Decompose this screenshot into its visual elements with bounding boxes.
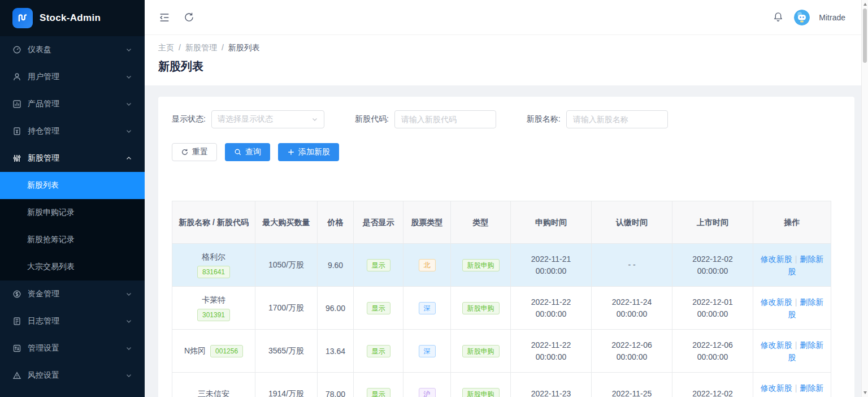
user-name[interactable]: Mitrade	[819, 13, 845, 22]
add-ipo-button[interactable]: 添加新股	[278, 143, 339, 161]
sidebar-item-position-management[interactable]: 持仓管理	[0, 118, 145, 145]
sidebar-item-user-management[interactable]: 用户管理	[0, 63, 145, 90]
search-button[interactable]: 查询	[225, 143, 270, 161]
sidebar-item-ipo-grab-records[interactable]: 新股抢筹记录	[0, 226, 145, 253]
filter-group-name: 新股名称:	[527, 110, 668, 128]
type-badge: 新股申购	[462, 259, 500, 271]
sidebar-item-ipo-list[interactable]: 新股列表	[0, 172, 145, 199]
pay-time-cell: - -	[595, 259, 669, 271]
sidebar-item-block-trade-list[interactable]: 大宗交易列表	[0, 253, 145, 281]
name-filter-label: 新股名称:	[527, 114, 561, 124]
listing-time-cell: 2022-12-02	[676, 388, 749, 397]
sidebar-item-ipo-subscribe-records[interactable]: 新股申购记录	[0, 199, 145, 226]
edit-ipo-link[interactable]: 修改新股	[761, 383, 792, 392]
chevron-down-icon	[125, 291, 132, 297]
delete-ipo-link[interactable]: 删除新股	[788, 297, 824, 319]
plus-icon	[287, 148, 295, 156]
sidebar-item-label: 资金管理	[28, 289, 119, 299]
sidebar-item-label: 持仓管理	[28, 126, 119, 136]
scroll-up-arrow-icon[interactable]	[863, 3, 867, 6]
position-management-icon	[12, 127, 21, 136]
filter-group-status: 显示状态: 请选择显示状态	[172, 110, 324, 128]
delete-ipo-link[interactable]: 删除新股	[788, 340, 824, 362]
topbar: Mitrade	[145, 0, 868, 35]
status-select[interactable]: 请选择显示状态	[211, 110, 324, 128]
stock-name-cell: 三未信安	[176, 389, 251, 397]
stock-name-cell: 卡莱特 301391	[176, 295, 251, 321]
vertical-scrollbar[interactable]	[861, 0, 868, 397]
submenu-item-label: 新股抢筹记录	[27, 235, 75, 245]
max-buy-cell: 1700/万股	[255, 287, 318, 330]
price-cell: 78.00	[318, 373, 354, 397]
sidebar-item-label: 用户管理	[28, 72, 119, 82]
status-filter-label: 显示状态:	[172, 114, 206, 124]
status-select-placeholder: 请选择显示状态	[218, 114, 273, 124]
collapse-sidebar-icon[interactable]	[158, 11, 171, 24]
user-management-icon	[12, 72, 21, 81]
scroll-down-arrow-icon[interactable]	[863, 391, 867, 394]
filter-group-code: 新股代码:	[355, 110, 496, 128]
stock-name-cell: N炜冈 001256	[176, 345, 251, 357]
col-header-visible: 是否显示	[354, 201, 403, 244]
submenu-item-label: 大宗交易列表	[27, 262, 75, 272]
chevron-down-icon	[125, 46, 132, 53]
edit-ipo-link[interactable]: 修改新股	[761, 297, 792, 307]
delete-ipo-link[interactable]: 删除新股	[788, 383, 824, 397]
breadcrumb: 主页 / 新股管理 / 新股列表	[158, 43, 854, 53]
col-header-name-code: 新股名称 / 新股代码	[172, 201, 255, 244]
subscribe-time-cell: 2022-11-23	[514, 388, 588, 397]
listing-time-cell: 2022-12-0200:00:00	[676, 253, 749, 277]
subscribe-time-cell: 2022-11-2100:00:00	[514, 253, 588, 277]
subscribe-time-cell: 2022-11-2200:00:00	[514, 339, 588, 363]
max-buy-cell: 1050/万股	[255, 244, 318, 287]
code-input[interactable]	[394, 110, 496, 128]
type-badge: 新股申购	[462, 388, 500, 397]
visible-badge: 显示	[367, 302, 390, 314]
refresh-icon[interactable]	[183, 11, 196, 24]
stock-code-badge: 831641	[197, 266, 230, 278]
sidebar-item-dashboard[interactable]: 仪表盘	[0, 36, 145, 63]
stock-name: 格利尔	[202, 252, 225, 262]
submenu-item-label: 新股列表	[27, 180, 59, 191]
scrollbar-thumb[interactable]	[863, 8, 867, 63]
sidebar-item-ipo-management[interactable]: 新股管理	[0, 145, 145, 172]
pay-time-cell: 2022-12-0600:00:00	[595, 339, 669, 363]
filter-row: 显示状态: 请选择显示状态 新股代码: 新股名称:	[172, 110, 841, 128]
delete-ipo-link[interactable]: 删除新股	[788, 254, 824, 276]
breadcrumb-ipo-management[interactable]: 新股管理	[185, 43, 217, 53]
listing-time-cell: 2022-12-0600:00:00	[676, 339, 749, 363]
main-area: Mitrade 主页 / 新股管理 / 新股列表 新股列表 显示状态: 请选择显…	[145, 0, 868, 397]
breadcrumb-home[interactable]: 主页	[158, 43, 174, 53]
sidebar-item-log-management[interactable]: 日志管理	[0, 308, 145, 335]
col-header-pay-time: 认缴时间	[592, 201, 672, 244]
subscribe-time-cell: 2022-11-2200:00:00	[514, 296, 588, 320]
col-header-listing-time: 上市时间	[672, 201, 753, 244]
visible-badge: 显示	[367, 259, 390, 271]
sidebar-item-risk-settings[interactable]: 风控设置	[0, 362, 145, 389]
table-row: 格利尔 831641 1050/万股 9.60 显示 北 新股申购 2022-1…	[172, 244, 831, 287]
user-avatar[interactable]	[794, 10, 810, 25]
chevron-down-icon	[125, 128, 132, 135]
reset-button[interactable]: 重置	[172, 143, 217, 161]
col-header-type: 类型	[451, 201, 511, 244]
sidebar-item-admin-settings[interactable]: 管理设置	[0, 335, 145, 362]
actions-cell: 修改新股|删除新股	[761, 340, 824, 362]
breadcrumb-current: 新股列表	[228, 43, 260, 53]
table-row: 卡莱特 301391 1700/万股 96.00 显示 深 新股申购 2022-…	[172, 287, 831, 330]
notifications-bell-icon[interactable]	[772, 11, 785, 24]
app-logo[interactable]: Stock-Admin	[0, 0, 145, 36]
chevron-down-icon	[125, 101, 132, 107]
ipo-table: 新股名称 / 新股代码 最大购买数量 价格 是否显示 股票类型 类型 申购时间 …	[172, 201, 831, 397]
col-header-actions: 操作	[753, 201, 831, 244]
edit-ipo-link[interactable]: 修改新股	[761, 340, 792, 349]
stock-name-cell: 格利尔 831641	[176, 252, 251, 278]
sidebar-item-product-management[interactable]: 产品管理	[0, 90, 145, 118]
code-filter-label: 新股代码:	[355, 114, 389, 124]
submenu-item-label: 新股申购记录	[27, 208, 75, 218]
sidebar-item-label: 管理设置	[28, 343, 119, 353]
sidebar-item-funds-management[interactable]: 资金管理	[0, 281, 145, 308]
col-header-stock-type: 股票类型	[403, 201, 451, 244]
type-badge: 新股申购	[462, 302, 500, 314]
name-input[interactable]	[566, 110, 668, 128]
edit-ipo-link[interactable]: 修改新股	[761, 254, 792, 264]
